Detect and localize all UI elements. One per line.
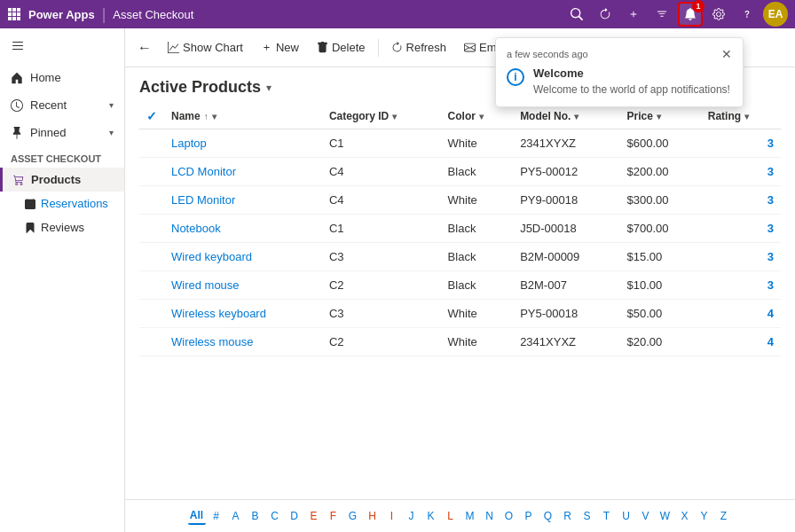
th-name[interactable]: Name ↑ ▾: [164, 104, 322, 129]
hamburger-icon[interactable]: [11, 39, 25, 57]
row-model: PY9-00018: [513, 186, 619, 215]
th-model[interactable]: Model No. ▾: [513, 104, 619, 129]
row-model: 2341XYXZ: [513, 328, 619, 356]
row-name[interactable]: Wireless mouse: [164, 328, 322, 356]
th-rating[interactable]: Rating ▾: [701, 104, 781, 129]
sidebar-item-recent[interactable]: Recent ▾: [0, 91, 124, 119]
plus-icon[interactable]: [621, 2, 646, 27]
sidebar-item-pinned[interactable]: Pinned ▾: [0, 119, 124, 146]
row-name[interactable]: Wireless keyboard: [164, 300, 322, 328]
table-row: Wired mouse C2 Black B2M-007 $10.00 3: [139, 271, 781, 300]
alpha-item[interactable]: A: [227, 508, 245, 524]
row-name[interactable]: LCD Monitor: [164, 158, 322, 186]
row-price: $300.00: [620, 186, 701, 215]
alpha-item[interactable]: E: [305, 508, 323, 524]
row-name[interactable]: Laptop: [164, 129, 322, 158]
row-model: 2341XYXZ: [513, 129, 619, 158]
th-category[interactable]: Category ID ▾: [322, 104, 441, 129]
filter-icon[interactable]: [649, 2, 674, 27]
alpha-item[interactable]: H: [364, 508, 382, 524]
alpha-item[interactable]: T: [598, 508, 616, 524]
row-name[interactable]: Wired keyboard: [164, 243, 322, 271]
alpha-item[interactable]: R: [559, 508, 577, 524]
row-color: Black: [441, 243, 514, 271]
row-checkbox[interactable]: [139, 300, 164, 328]
back-button[interactable]: ←: [132, 36, 157, 59]
alpha-item[interactable]: M: [461, 508, 479, 524]
app-name: Power Apps: [28, 8, 95, 21]
row-category: C2: [322, 271, 441, 300]
search-icon[interactable]: [564, 2, 589, 27]
th-checkbox: ✓: [139, 104, 164, 129]
sidebar-item-reviews[interactable]: Reviews: [0, 215, 124, 239]
help-icon[interactable]: [735, 2, 760, 27]
alpha-item[interactable]: S: [579, 508, 596, 524]
row-name[interactable]: Wired mouse: [164, 271, 322, 300]
alpha-item[interactable]: B: [247, 508, 264, 524]
row-checkbox[interactable]: [139, 328, 164, 356]
alpha-item[interactable]: C: [266, 508, 284, 524]
alpha-item[interactable]: V: [637, 508, 655, 524]
row-color: White: [441, 328, 514, 356]
sidebar-item-reservations[interactable]: Reservations: [0, 192, 124, 215]
alpha-item[interactable]: #: [208, 508, 225, 524]
row-name[interactable]: LED Monitor: [164, 186, 322, 215]
avatar[interactable]: EA: [763, 2, 788, 27]
header-check-icon: ✓: [146, 109, 157, 123]
sidebar-item-products[interactable]: Products: [0, 168, 124, 192]
row-category: C3: [322, 300, 441, 328]
alpha-item[interactable]: L: [442, 508, 460, 524]
alpha-item[interactable]: W: [657, 508, 674, 524]
row-checkbox[interactable]: [139, 158, 164, 186]
th-color[interactable]: Color ▾: [441, 104, 514, 129]
row-checkbox[interactable]: [139, 129, 164, 158]
alpha-item[interactable]: All: [188, 507, 206, 525]
notif-text: Welcome Welcome to the world of app noti…: [533, 66, 730, 96]
show-chart-button[interactable]: Show Chart: [161, 37, 250, 58]
cmd-divider-1: [378, 39, 379, 57]
new-button[interactable]: New: [254, 37, 306, 58]
alpha-item[interactable]: X: [676, 508, 694, 524]
alpha-item[interactable]: D: [286, 508, 303, 524]
settings-icon[interactable]: [706, 2, 731, 27]
delete-button[interactable]: Delete: [310, 37, 373, 58]
row-checkbox[interactable]: [139, 271, 164, 300]
th-price[interactable]: Price ▾: [620, 104, 701, 129]
alpha-item[interactable]: F: [325, 508, 342, 524]
row-name[interactable]: Notebook: [164, 215, 322, 243]
notification-popup: a few seconds ago ✕ i Welcome Welcome to…: [495, 37, 744, 107]
sidebar-item-home[interactable]: Home: [0, 64, 124, 91]
table-body: Laptop C1 White 2341XYXZ $600.00 3 LCD M…: [139, 129, 781, 356]
sidebar-recent-label: Recent: [30, 98, 67, 112]
table-header-row: ✓ Name ↑ ▾ Category ID ▾ Color ▾ Model N: [139, 104, 781, 129]
alpha-item[interactable]: O: [500, 508, 518, 524]
svg-rect-4: [12, 12, 16, 16]
notif-close-button[interactable]: ✕: [718, 45, 736, 63]
notification-icon[interactable]: 1: [678, 2, 703, 27]
sidebar-pinned-label: Pinned: [30, 126, 66, 139]
refresh-button[interactable]: Refresh: [384, 37, 454, 58]
alpha-item[interactable]: N: [481, 508, 499, 524]
alpha-item[interactable]: Z: [715, 508, 733, 524]
refresh-circle-icon[interactable]: [593, 2, 618, 27]
row-checkbox[interactable]: [139, 215, 164, 243]
alpha-item[interactable]: I: [383, 508, 401, 524]
alpha-item[interactable]: P: [520, 508, 538, 524]
notif-timestamp: a few seconds ago: [507, 49, 732, 59]
show-chart-label: Show Chart: [183, 41, 243, 54]
alpha-item[interactable]: J: [403, 508, 421, 524]
sidebar-header: [0, 32, 124, 64]
alpha-item[interactable]: Q: [539, 508, 557, 524]
notif-title: Welcome: [533, 66, 730, 80]
page-title: Active Products: [139, 78, 261, 97]
row-checkbox[interactable]: [139, 243, 164, 271]
row-checkbox[interactable]: [139, 186, 164, 215]
sidebar: Home Recent ▾ Pinned ▾ Asset Checkout Pr…: [0, 28, 125, 532]
alpha-item[interactable]: K: [422, 508, 440, 524]
alpha-item[interactable]: Y: [696, 508, 713, 524]
row-color: White: [441, 186, 514, 215]
sidebar-section-title: Asset Checkout: [0, 146, 124, 168]
alpha-item[interactable]: G: [344, 508, 362, 524]
waffle-icon[interactable]: [7, 7, 21, 21]
alpha-item[interactable]: U: [618, 508, 635, 524]
